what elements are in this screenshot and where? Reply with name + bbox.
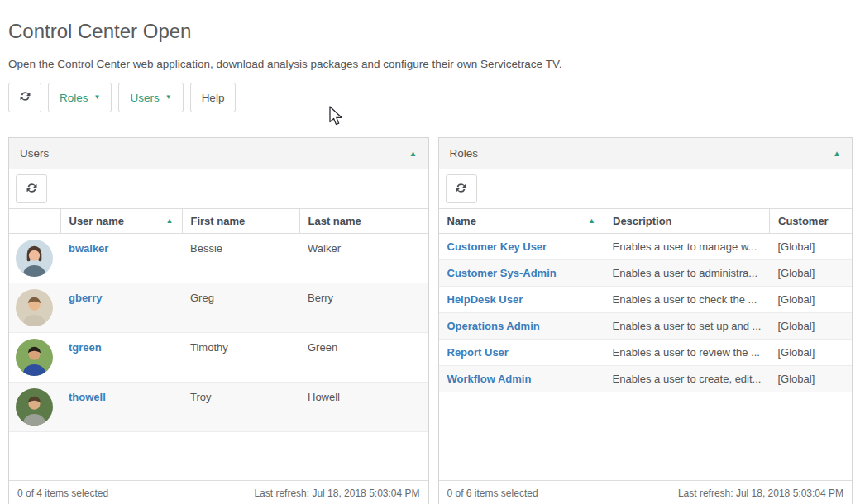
avatar [16,240,53,277]
last-name-cell: Green [299,333,428,383]
selection-status: 0 of 6 items selected [447,487,538,499]
users-panel-toolbar [9,169,428,208]
chevron-down-icon: ▼ [94,94,101,101]
role-name-link[interactable]: Workflow Admin [447,373,532,385]
refresh-icon [19,90,31,105]
roles-menu-label: Roles [60,92,88,104]
role-customer-cell: [Global] [770,234,853,260]
table-row[interactable]: bwalker Bessie Walker [9,234,428,283]
role-name-link[interactable]: Operations Admin [447,320,540,332]
users-panel-footer: 0 of 4 items selected Last refresh: Jul … [9,480,428,504]
roles-col-customer[interactable]: Customer [770,209,853,234]
roles-panel-title: Roles [450,147,479,159]
first-name-cell: Troy [182,383,299,432]
username-link[interactable]: thowell [69,391,106,403]
last-name-cell: Howell [299,383,428,432]
users-menu-label: Users [130,92,159,104]
roles-menu-button[interactable]: Roles ▼ [48,83,112,112]
role-customer-cell: [Global] [770,366,853,392]
table-row[interactable]: gberry Greg Berry [9,283,428,333]
sort-asc-icon: ▲ [166,217,174,225]
users-col-firstname[interactable]: First name [182,209,299,234]
role-name-link[interactable]: Customer Key User [447,240,547,253]
last-refresh: Last refresh: Jul 18, 2018 5:03:04 PM [678,487,843,499]
role-description-cell: Enables a user to set up and ... [604,313,770,340]
avatar [16,289,53,326]
table-row[interactable]: Operations Admin Enables a user to set u… [439,313,853,340]
table-row[interactable]: Customer Key User Enables a user to mana… [439,234,853,260]
users-panel-header[interactable]: Users ▲ [9,138,428,169]
role-description-cell: Enables a user to create, edit... [604,366,770,392]
users-panel: Users ▲ [8,137,429,504]
users-col-avatar [9,209,60,234]
roles-table: Name ▲ Description Customer Customer Key… [439,208,853,392]
chevron-down-icon: ▼ [165,94,172,101]
page-subtitle: Open the Control Center web application,… [8,58,853,70]
table-row[interactable]: Report User Enables a user to review the… [439,340,853,366]
main-toolbar: Roles ▼ Users ▼ Help [8,83,853,112]
table-row[interactable]: Customer Sys-Admin Enables a user to adm… [439,260,853,287]
username-link[interactable]: tgreen [69,341,102,354]
first-name-cell: Timothy [182,333,299,383]
role-name-link[interactable]: Report User [447,346,509,359]
collapse-up-icon: ▲ [409,150,418,158]
users-col-lastname[interactable]: Last name [299,209,428,234]
roles-panel-toolbar [439,169,853,208]
refresh-button[interactable] [8,83,41,112]
role-description-cell: Enables a user to review the ... [604,340,770,366]
users-col-username[interactable]: User name ▲ [60,209,182,234]
avatar [16,388,53,426]
username-link[interactable]: bwalker [69,242,108,254]
roles-refresh-button[interactable] [446,174,477,203]
username-link[interactable]: gberry [69,292,102,304]
sort-asc-icon: ▲ [588,217,595,225]
roles-col-name[interactable]: Name ▲ [439,209,604,234]
roles-panel-header[interactable]: Roles ▲ [439,138,853,169]
table-row[interactable]: thowell Troy Howell [9,383,428,432]
role-name-link[interactable]: Customer Sys-Admin [447,267,557,279]
first-name-cell: Greg [182,283,299,333]
last-name-cell: Walker [299,234,428,283]
refresh-icon [455,182,467,197]
selection-status: 0 of 4 items selected [17,487,108,499]
users-panel-title: Users [20,147,49,159]
table-row[interactable]: tgreen Timothy Green [9,333,428,383]
page-title: Control Center Open [8,20,853,43]
role-name-link[interactable]: HelpDesk User [447,293,523,306]
role-customer-cell: [Global] [770,313,853,340]
role-customer-cell: [Global] [770,287,853,313]
role-customer-cell: [Global] [770,340,853,366]
roles-col-description[interactable]: Description [604,209,770,234]
avatar [16,339,53,376]
table-row[interactable]: Workflow Admin Enables a user to create,… [439,366,853,392]
roles-panel-footer: 0 of 6 items selected Last refresh: Jul … [439,480,853,504]
role-description-cell: Enables a user to manage w... [604,234,770,260]
help-button[interactable]: Help [190,83,236,112]
roles-panel: Roles ▲ [438,137,853,504]
role-customer-cell: [Global] [770,260,853,287]
role-description-cell: Enables a user to check the ... [604,287,770,313]
refresh-icon [26,182,38,197]
users-refresh-button[interactable] [16,174,47,203]
first-name-cell: Bessie [182,234,299,283]
collapse-up-icon: ▲ [833,150,841,158]
last-refresh: Last refresh: Jul 18, 2018 5:03:04 PM [254,487,419,499]
last-name-cell: Berry [299,283,428,333]
users-menu-button[interactable]: Users ▼ [118,83,183,112]
users-table: User name ▲ First name Last name bwalker… [9,208,428,432]
table-row[interactable]: HelpDesk User Enables a user to check th… [439,287,853,313]
help-button-label: Help [202,92,225,104]
role-description-cell: Enables a user to administra... [604,260,770,287]
